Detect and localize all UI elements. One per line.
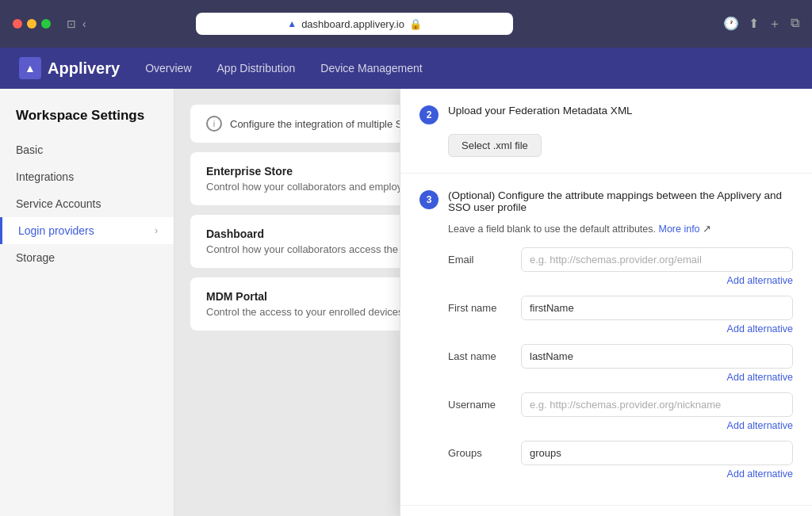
browser-nav-icons: ⊡ ‹ (67, 17, 86, 30)
firstname-input[interactable] (521, 296, 793, 320)
browser-chrome: ⊡ ‹ ▲ dashboard.applivery.io 🔒 🕐 ⬆ ＋ ⧉ (0, 0, 812, 48)
step3-badge: 3 (419, 190, 439, 209)
lastname-input[interactable] (521, 344, 793, 369)
sidebar-item-label: Basic (16, 143, 43, 156)
sidebar-item-service-accounts[interactable]: Service Accounts (0, 190, 174, 217)
address-bar[interactable]: ▲ dashboard.applivery.io 🔒 (196, 13, 513, 35)
groups-add-alternative-link[interactable]: Add alternative (727, 468, 793, 480)
firstname-row: First name (448, 296, 793, 320)
chevron-right-icon: › (155, 225, 158, 236)
firstname-add-alternative: Add alternative (448, 323, 793, 334)
select-xml-button[interactable]: Select .xml file (448, 134, 542, 157)
email-input[interactable] (521, 247, 793, 272)
nav-device-management[interactable]: Device Management (320, 62, 422, 75)
lastname-row: Last name (448, 344, 793, 369)
more-info-link[interactable]: More info (658, 224, 699, 235)
email-label: Email (448, 254, 511, 266)
info-icon: i (206, 116, 222, 132)
sidebar-title: Workspace Settings (0, 108, 174, 136)
applivery-favicon: ▲ (287, 18, 297, 29)
lastname-add-alternative: Add alternative (448, 372, 793, 383)
right-panel: 2 Upload your Federation Metadata XML Se… (400, 89, 812, 516)
sidebar-toggle-icon[interactable]: ⊡ (67, 17, 76, 30)
sidebar-item-login-providers[interactable]: Login providers › (0, 217, 174, 244)
step3-header: 3 (Optional) Configure the attribute map… (419, 189, 793, 213)
username-label: Username (448, 399, 511, 411)
email-add-alternative-link[interactable]: Add alternative (727, 275, 793, 286)
step2-section: 2 Upload your Federation Metadata XML Se… (400, 89, 812, 174)
username-row: Username (448, 392, 793, 417)
groups-row: Groups (448, 441, 793, 465)
groups-input[interactable] (521, 441, 793, 465)
browser-toolbar-icons: 🕐 ⬆ ＋ ⧉ (723, 16, 799, 32)
step3-title: (Optional) Configure the attribute mappi… (448, 189, 793, 213)
share-icon[interactable]: ⬆ (749, 16, 759, 32)
content-area: i Configure the integration of multiple … (174, 89, 812, 516)
step4-section: 4 (Optional) Translate your Active Direc… (400, 506, 812, 516)
firstname-label: First name (448, 302, 511, 314)
step3-section: 3 (Optional) Configure the attribute map… (400, 174, 812, 506)
sidebar-item-label: Login providers (18, 224, 94, 237)
lock-icon: 🔒 (409, 18, 422, 30)
sidebar-item-storage[interactable]: Storage (0, 244, 174, 271)
close-button[interactable] (13, 19, 22, 29)
step2-header: 2 Upload your Federation Metadata XML (419, 105, 793, 124)
minimize-button[interactable] (27, 19, 36, 29)
nav-app-distribution[interactable]: App Distribution (217, 62, 296, 75)
username-add-alternative-link[interactable]: Add alternative (727, 420, 793, 431)
username-add-alternative: Add alternative (448, 420, 793, 431)
email-row: Email (448, 247, 793, 272)
url-text: dashboard.applivery.io (301, 18, 404, 30)
sidebar-item-basic[interactable]: Basic (0, 136, 174, 163)
nav-overview[interactable]: Overview (145, 62, 191, 75)
step2-title: Upload your Federation Metadata XML (448, 105, 633, 117)
sidebar-item-label: Service Accounts (16, 197, 101, 210)
groups-label: Groups (448, 447, 511, 459)
step3-subtitle: Leave a field blank to use the default a… (448, 223, 793, 235)
groups-add-alternative: Add alternative (448, 468, 793, 480)
back-icon[interactable]: ‹ (82, 17, 86, 30)
step2-badge: 2 (419, 105, 439, 124)
sidebar-item-integrations[interactable]: Integrations (0, 163, 174, 190)
sidebar-item-label: Storage (16, 251, 55, 264)
app-logo: ▲ Applivery (19, 57, 120, 79)
lastname-add-alternative-link[interactable]: Add alternative (727, 372, 793, 383)
lastname-label: Last name (448, 350, 511, 362)
username-input[interactable] (521, 392, 793, 417)
tabs-icon[interactable]: ⧉ (791, 16, 799, 32)
new-tab-icon[interactable]: ＋ (768, 16, 781, 32)
logo-icon: ▲ (19, 57, 41, 79)
logo-text: Applivery (48, 59, 120, 78)
external-link-icon: ↗ (703, 224, 711, 235)
firstname-add-alternative-link[interactable]: Add alternative (727, 323, 793, 334)
sidebar: Workspace Settings Basic Integrations Se… (0, 89, 174, 516)
email-add-alternative: Add alternative (448, 275, 793, 286)
app-header: ▲ Applivery Overview App Distribution De… (0, 48, 812, 89)
maximize-button[interactable] (41, 19, 51, 29)
main-layout: Workspace Settings Basic Integrations Se… (0, 89, 812, 516)
clock-icon[interactable]: 🕐 (723, 16, 739, 32)
traffic-lights (13, 19, 51, 29)
sidebar-item-label: Integrations (16, 170, 74, 183)
